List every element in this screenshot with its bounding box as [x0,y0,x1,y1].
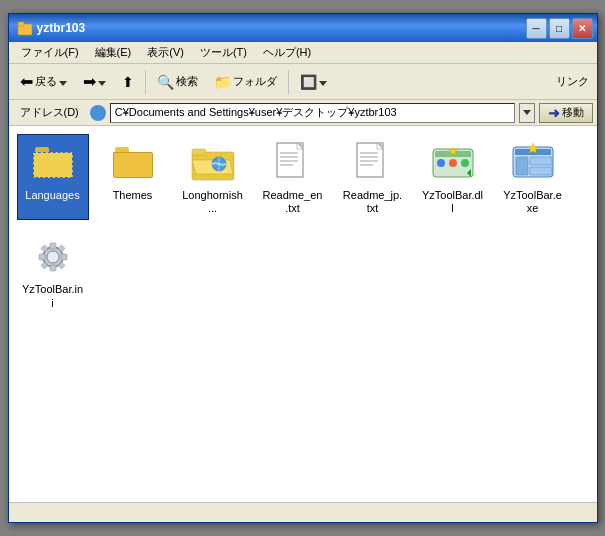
svg-rect-3 [192,149,206,155]
menu-view[interactable]: 表示(V) [139,43,192,62]
file-label-readme-en: Readme_en.txt [262,189,324,215]
file-icon-exe [509,139,557,187]
file-icon-ini [29,233,77,281]
file-item-readme-en[interactable]: Readme_en.txt [257,134,329,220]
search-button[interactable]: 🔍 検索 [150,68,205,96]
svg-point-24 [449,159,457,167]
folders-icon: 📁 [214,74,231,90]
restore-button[interactable]: □ [549,18,570,39]
svg-point-25 [461,159,469,167]
file-label-exe: YzToolBar.exe [502,189,564,215]
exe-icon-svg [511,141,555,185]
title-bar-text: yztbr103 [13,20,86,36]
separator-2 [288,70,289,94]
svg-rect-32 [530,167,552,175]
svg-point-23 [437,159,445,167]
svg-rect-39 [61,254,67,260]
address-label: アドレス(D) [13,102,86,123]
file-label-themes: Themes [113,189,153,202]
title-icon [17,20,33,36]
file-icon-languages [29,139,77,187]
svg-rect-1 [18,22,24,26]
fwd-dropdown-icon [98,76,106,88]
separator-1 [145,70,146,94]
file-icon-dll [429,139,477,187]
main-window: yztbr103 ─ □ ✕ ファイル(F) 編集(E) 表示(V) ツール(T… [8,13,598,523]
menu-bar: ファイル(F) 編集(E) 表示(V) ツール(T) ヘルプ(H) [9,42,597,64]
menu-tools[interactable]: ツール(T) [192,43,255,62]
status-bar [9,502,597,522]
svg-rect-38 [39,254,45,260]
file-icon-longhornish [189,139,237,187]
address-dropdown[interactable] [519,103,535,123]
toolbar: ⬅ 戻る ➡ ⬆ 🔍 検索 📁 フォルダ 🔲 リンク [9,64,597,100]
menu-help[interactable]: ヘルプ(H) [255,43,319,62]
forward-button[interactable]: ➡ [76,68,113,96]
title-bar: yztbr103 ─ □ ✕ [9,14,597,42]
forward-icon: ➡ [83,72,96,91]
go-button[interactable]: ➜ 移動 [539,103,593,123]
close-button[interactable]: ✕ [572,18,593,39]
file-label-dll: YzToolBar.dll [422,189,484,215]
file-item-readme-jp[interactable]: Readme_jp.txt [337,134,409,220]
view-button[interactable]: 🔲 [293,68,334,96]
file-item-exe[interactable]: YzToolBar.exe [497,134,569,220]
back-icon: ⬅ [20,72,33,91]
up-icon: ⬆ [122,74,134,90]
file-icon-themes [109,139,157,187]
svg-point-35 [47,251,59,263]
title-controls: ─ □ ✕ [526,18,593,39]
content-area: Languages Themes [9,126,597,502]
svg-rect-36 [50,243,56,249]
go-arrow-icon: ➜ [548,105,560,121]
file-item-ini[interactable]: YzToolBar.ini [17,228,89,314]
ini-icon-svg [31,235,75,279]
menu-file[interactable]: ファイル(F) [13,43,87,62]
back-button[interactable]: ⬅ 戻る [13,68,74,96]
address-globe-icon [90,105,106,121]
folders-button[interactable]: 📁 フォルダ [207,68,284,96]
svg-rect-37 [50,265,56,271]
file-item-themes[interactable]: Themes [97,134,169,220]
address-bar: アドレス(D) ➜ 移動 [9,100,597,126]
file-item-longhornish[interactable]: Longhornish... [177,134,249,220]
back-dropdown-icon [59,76,67,88]
svg-rect-31 [530,157,552,165]
view-icon: 🔲 [300,74,317,90]
file-item-languages[interactable]: Languages [17,134,89,220]
folder-open-svg [191,144,235,182]
link-area: リンク [556,74,593,89]
txt-icon-svg [275,141,311,185]
view-dropdown-icon [319,76,327,88]
file-label-readme-jp: Readme_jp.txt [342,189,404,215]
dll-icon-svg [431,141,475,185]
file-label-longhornish: Longhornish... [182,189,244,215]
txt-jp-icon-svg [355,141,391,185]
search-icon: 🔍 [157,74,174,90]
file-item-dll[interactable]: YzToolBar.dll [417,134,489,220]
file-icon-readme-jp [349,139,397,187]
menu-edit[interactable]: 編集(E) [87,43,140,62]
file-label-languages: Languages [25,189,79,202]
svg-rect-30 [516,157,528,175]
minimize-button[interactable]: ─ [526,18,547,39]
file-label-ini: YzToolBar.ini [22,283,84,309]
address-input[interactable] [110,103,515,123]
file-icon-readme-en [269,139,317,187]
up-button[interactable]: ⬆ [115,68,141,96]
